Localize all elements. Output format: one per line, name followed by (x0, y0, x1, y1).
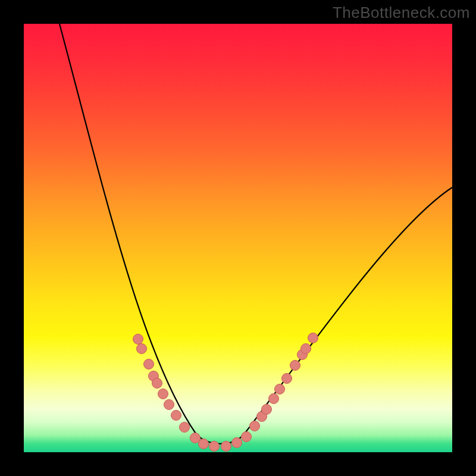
data-marker (158, 389, 168, 399)
data-marker (308, 333, 318, 343)
data-marker (290, 361, 300, 371)
data-marker (221, 441, 231, 452)
data-marker (282, 374, 292, 384)
data-marker (133, 334, 143, 345)
bottleneck-curve (60, 24, 452, 444)
data-marker (232, 438, 242, 448)
data-marker (190, 433, 201, 443)
data-marker (301, 344, 311, 354)
data-marker (250, 421, 260, 431)
plot-area (24, 24, 452, 452)
chart-frame: TheBottleneck.com (0, 0, 476, 476)
data-marker (209, 441, 220, 452)
data-marker (180, 422, 190, 433)
data-marker (242, 432, 252, 442)
data-marker (152, 378, 162, 389)
data-marker (171, 411, 181, 421)
data-marker (164, 400, 174, 410)
data-marker (262, 405, 272, 415)
data-marker (275, 384, 285, 394)
curve-svg (24, 24, 452, 452)
marker-group (133, 333, 318, 452)
data-marker (137, 344, 147, 354)
data-marker (199, 439, 209, 449)
data-marker (269, 394, 279, 404)
data-marker (144, 359, 154, 369)
watermark-text: TheBottleneck.com (333, 4, 470, 22)
